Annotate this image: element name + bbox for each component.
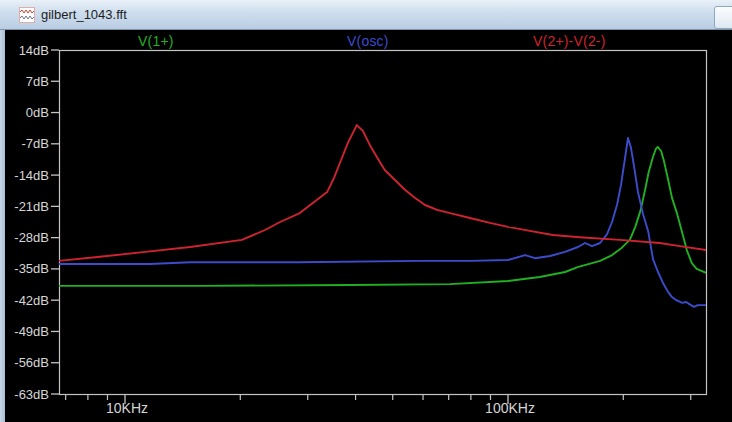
window-control-button[interactable]	[714, 6, 732, 29]
waveform-file-icon	[19, 7, 35, 23]
window-title: gilbert_1043.fft	[41, 7, 127, 22]
waveform-icon-glyph	[20, 8, 34, 22]
legend-trace-v1plus[interactable]: V(1+)	[138, 33, 174, 49]
legend-trace-v2diff[interactable]: V(2+)-V(2-)	[533, 33, 606, 49]
plot-canvas[interactable]	[5, 30, 732, 422]
legend-trace-vosc[interactable]: V(osc)	[347, 33, 389, 49]
ltspice-plot-window: gilbert_1043.fft V(1+) V(osc) V(2+)-V(2-…	[0, 0, 732, 422]
title-bar[interactable]: gilbert_1043.fft	[0, 0, 732, 30]
